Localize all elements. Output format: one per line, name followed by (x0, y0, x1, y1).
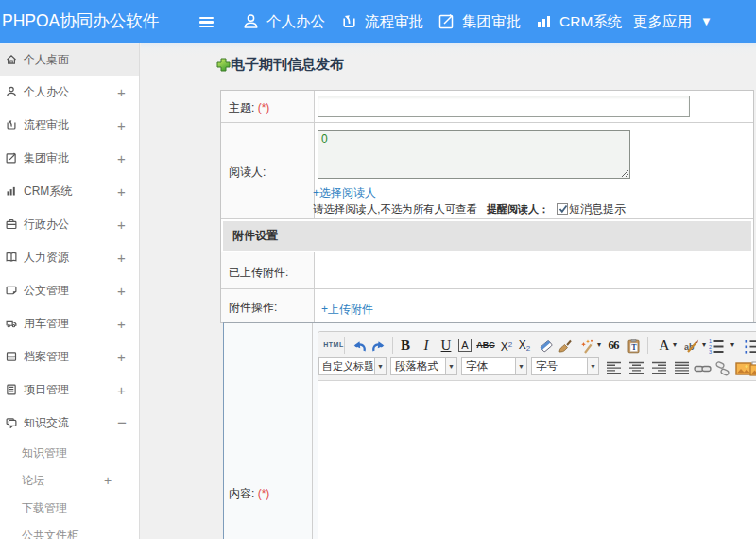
svg-text:3: 3 (709, 349, 712, 354)
svg-text:T: T (631, 343, 637, 352)
